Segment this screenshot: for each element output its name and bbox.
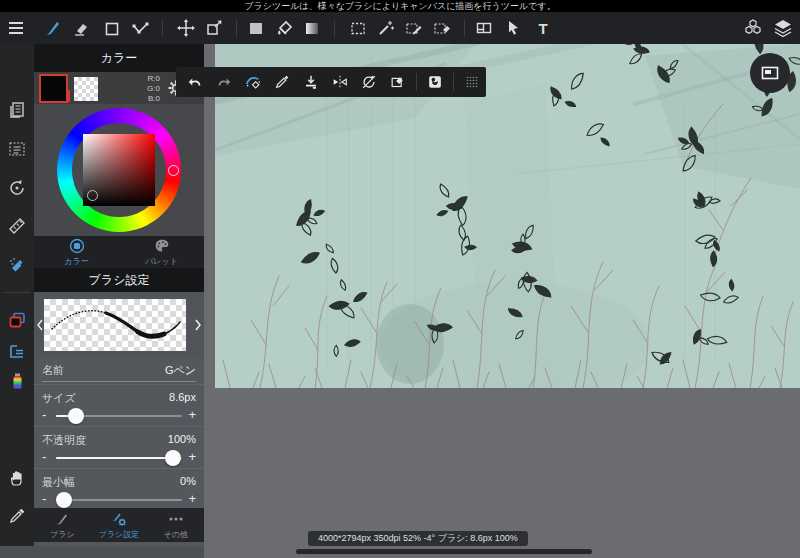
opacity-minus-button[interactable]: - — [42, 449, 46, 464]
rainbow-bar-icon[interactable] — [7, 371, 27, 391]
toolbar-separator — [334, 20, 335, 37]
move-tool-button[interactable] — [173, 15, 199, 41]
divider — [42, 381, 196, 382]
snap-tool-icon[interactable] — [242, 71, 264, 93]
brush-name-label: 名前 — [42, 363, 64, 378]
slider-size-label: サイズ — [42, 391, 76, 406]
tool-hint-bar: ブラシツールは、様々なブラシによりキャンバスに描画を行うツールです。 — [0, 0, 800, 12]
color-brush-panel: カラー R:0 G:0 B:0 カラー — [34, 44, 204, 558]
rotate-off-icon[interactable] — [358, 71, 380, 93]
select-move-tool-button[interactable] — [500, 15, 526, 41]
tab-others[interactable]: その他 — [147, 508, 204, 542]
size-slider-track[interactable] — [56, 415, 182, 417]
primary-color-swatch[interactable] — [39, 74, 68, 103]
color-swatch-icon[interactable] — [7, 310, 27, 330]
brush-name-row: 名前 Gペン — [34, 358, 204, 384]
rgb-values: R:0 G:0 B:0 — [104, 74, 160, 104]
text-tool-button[interactable]: T — [530, 15, 556, 41]
toolbar-separator — [162, 20, 163, 37]
shape-tool-button[interactable] — [99, 15, 125, 41]
drag-handle-icon[interactable] — [461, 71, 483, 93]
minwidth-slider-knob[interactable] — [56, 492, 72, 508]
canvas-status-bar: 4000*2794px 350dpi 52% -4° ブラシ: 8.6px 10… — [308, 531, 528, 546]
brush-settings-tab-icon — [110, 510, 128, 528]
toolbar-separator — [464, 20, 465, 37]
undo-icon[interactable] — [184, 71, 206, 93]
home-indicator[interactable] — [296, 549, 592, 554]
tab-palette[interactable]: パレット — [119, 236, 204, 268]
frame-divide-tool-button[interactable] — [471, 15, 497, 41]
minwidth-minus-button[interactable]: - — [42, 491, 46, 506]
tab-brush[interactable]: ブラシ — [34, 508, 91, 542]
pen-icon[interactable] — [271, 71, 293, 93]
panel-bottom-tabs: ブラシ ブラシ設定 その他 — [34, 508, 204, 542]
eyedropper-icon[interactable] — [7, 506, 27, 526]
size-minus-button[interactable]: - — [42, 407, 46, 422]
more-dots-icon — [167, 510, 185, 528]
brush-preview-area — [34, 292, 204, 358]
fill-rect-tool-button[interactable] — [243, 15, 269, 41]
slider-opacity-label: 不透明度 — [42, 433, 86, 448]
navigator-button[interactable] — [750, 53, 790, 93]
transparent-color-swatch[interactable] — [74, 77, 98, 101]
rgb-b: B:0 — [104, 94, 160, 104]
magic-wand-tool-button[interactable] — [373, 15, 399, 41]
tab-color-label: カラー — [64, 256, 88, 267]
redo-icon[interactable] — [213, 71, 235, 93]
tab-brush-settings-label: ブラシ設定 — [99, 529, 140, 540]
select-list-icon[interactable] — [7, 139, 27, 159]
floating-toolbar — [176, 67, 486, 97]
select-rect-tool-button[interactable] — [345, 15, 371, 41]
slider-minwidth-label: 最小幅 — [42, 475, 75, 490]
material-panel-button[interactable] — [740, 15, 766, 41]
ruler-icon[interactable] — [7, 216, 27, 236]
slider-opacity: 不透明度 100% - + — [34, 426, 204, 469]
polyline-tool-button[interactable] — [127, 15, 153, 41]
select-eraser-tool-button[interactable] — [429, 15, 455, 41]
save-merge-icon[interactable] — [300, 71, 322, 93]
brush-panel-title: ブラシ設定 — [34, 268, 204, 292]
sidebar-separator — [4, 292, 30, 293]
slider-minwidth: 最小幅 0% - + — [34, 468, 204, 511]
gradient-tool-button[interactable] — [299, 15, 325, 41]
select-pen-tool-button[interactable] — [401, 15, 427, 41]
workspace — [204, 44, 800, 558]
flip-horizontal-icon[interactable] — [329, 71, 351, 93]
eraser-tool-button[interactable] — [68, 15, 94, 41]
menu-icon[interactable] — [3, 15, 29, 41]
brush-tool-button[interactable] — [39, 15, 65, 41]
brush-name-value: Gペン — [165, 363, 196, 378]
color-tab-icon — [68, 237, 86, 255]
paint-bucket-tool-button[interactable] — [271, 15, 297, 41]
brush-tab-icon — [53, 510, 71, 528]
next-brush-icon[interactable] — [193, 318, 203, 332]
color-palette-tabs: カラー パレット — [34, 236, 204, 268]
rgb-g: G:0 — [104, 84, 160, 94]
layer-list-icon[interactable] — [7, 342, 27, 362]
toolbar-separator — [236, 20, 237, 37]
minwidth-plus-button[interactable]: + — [188, 491, 196, 506]
layers-panel-button[interactable] — [770, 15, 796, 41]
reset-rotation-icon[interactable] — [7, 178, 27, 198]
size-slider-knob[interactable] — [68, 408, 84, 424]
app-window: ブラシツールは、様々なブラシによりキャンバスに描画を行うツールです。 — [0, 0, 800, 558]
pages-icon[interactable] — [7, 100, 27, 120]
tab-brush-settings[interactable]: ブラシ設定 — [91, 508, 148, 542]
opacity-plus-button[interactable]: + — [188, 449, 196, 464]
hand-tool-icon[interactable] — [7, 468, 27, 488]
size-plus-button[interactable]: + — [188, 407, 196, 422]
tab-color[interactable]: カラー — [34, 236, 119, 268]
hue-cursor[interactable] — [168, 165, 179, 176]
sv-cursor[interactable] — [87, 190, 98, 201]
minwidth-slider-track[interactable] — [56, 499, 182, 501]
slider-size: サイズ 8.6px - + — [34, 384, 204, 427]
clear-layer-icon[interactable] — [387, 71, 409, 93]
panel-bottom-strip — [0, 546, 204, 558]
invert-icon[interactable] — [424, 71, 446, 93]
transform-tool-button[interactable] — [201, 15, 227, 41]
opacity-slider-knob[interactable] — [165, 450, 181, 466]
text-tool-glyph: T — [538, 20, 547, 37]
slider-opacity-value: 100% — [168, 433, 196, 445]
opacity-slider-track[interactable] — [56, 457, 182, 459]
airbrush-icon[interactable] — [7, 255, 27, 275]
